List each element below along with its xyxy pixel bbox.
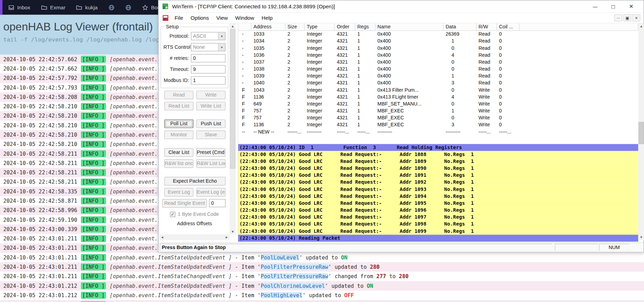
inbox-icon	[8, 4, 15, 10]
column-header[interactable]: Name	[375, 24, 444, 30]
scroll-up-icon[interactable]	[230, 24, 236, 29]
column-header[interactable]: Address	[251, 24, 285, 30]
bookmark-exmar[interactable]: Exmar	[41, 4, 65, 10]
read-single-event-button[interactable]: Read Single Event	[162, 199, 207, 208]
column-header[interactable]: R/W	[476, 24, 497, 30]
byte-event-checkbox[interactable]: 1 Byte Event Code	[159, 208, 230, 217]
table-row[interactable]: F11362Integer432110x413 FLight timer4Wri…	[238, 93, 638, 100]
table-row[interactable]: -10352Integer432110x4000Read0	[238, 45, 638, 52]
log-class: [openhab.event.It	[109, 245, 164, 251]
retries-input[interactable]: 0	[191, 54, 226, 63]
info-badge: [INFO ]	[81, 254, 106, 261]
winterm-window: WinTerm - [TCP/IP Client: Connected to 1…	[158, 0, 644, 252]
main-scrollbar-vertical[interactable]	[638, 24, 644, 240]
table-cell: Write	[476, 86, 497, 93]
log-timestamp: 2024-10-05 22:42:58.211	[3, 170, 77, 176]
address-offsets-label: Address Offsets	[159, 217, 230, 226]
single-event-input[interactable]: 0	[209, 199, 225, 207]
setup-scrollbar-vertical[interactable]	[230, 24, 236, 235]
table-row[interactable]: ---- NEW --------...--------------...---…	[238, 128, 638, 135]
read-list-button[interactable]: Read List	[164, 102, 193, 110]
scrollbar-thumb[interactable]	[230, 29, 235, 168]
table-cell: Write	[476, 101, 497, 108]
menu-view[interactable]: View	[213, 13, 232, 22]
column-header[interactable]	[238, 24, 251, 30]
monitor-button[interactable]: Monitor	[164, 130, 193, 139]
mdi-close-icon[interactable]	[633, 15, 641, 21]
column-header[interactable]: Type	[305, 24, 335, 30]
info-badge: [INFO ]	[81, 93, 106, 100]
event-log-ex-button[interactable]: Event Log (ex)	[196, 188, 225, 196]
table-row[interactable]: F11362Integer43211MBF_EXEC3Write0	[238, 121, 638, 128]
column-header[interactable]: Coil ...	[497, 24, 519, 30]
event-log-button[interactable]: Event Log	[164, 188, 193, 196]
table-row[interactable]: F7572Integer43211MBF_EXEC0Write0	[238, 115, 638, 121]
column-header[interactable]: Regs	[355, 24, 375, 30]
info-badge: [INFO ]	[81, 75, 106, 82]
table-row[interactable]: F6492Integer43211MBF_SET_MANU...0Write0	[238, 101, 638, 108]
table-cell: 2	[285, 38, 305, 45]
bookmark-site-2[interactable]	[125, 4, 131, 10]
table-row[interactable]: -10392Integer432110x4001Read0	[238, 73, 638, 80]
table-row[interactable]: -10382Integer432110x4000Read0	[238, 66, 638, 73]
scroll-left-icon[interactable]	[159, 234, 165, 240]
column-header[interactable]: Data	[444, 24, 476, 30]
table-row[interactable]: -10362Integer432110x4004Read0	[238, 52, 638, 58]
column-header-filler	[520, 24, 638, 30]
table-row[interactable]: -10332Integer432110x40026369Read0	[238, 31, 638, 38]
scroll-right-icon[interactable]	[224, 234, 230, 240]
write-list-button[interactable]: Write List	[196, 102, 225, 110]
table-row[interactable]: -10372Integer432110x4000Read0	[238, 59, 638, 66]
menu-window[interactable]: Window	[232, 13, 258, 22]
mdi-minimize-icon[interactable]	[615, 15, 623, 21]
expect-packet-echo-button[interactable]: Expect Packet Echo	[164, 177, 225, 185]
bookmark-site-1[interactable]	[108, 4, 115, 10]
scroll-up-icon[interactable]	[638, 24, 644, 29]
menubar: FileOptionsViewWindowHelp	[159, 13, 644, 24]
star-icon	[142, 4, 148, 10]
table-row[interactable]: -10402Integer432110x4003Read0	[238, 80, 638, 86]
bookmark-inbox[interactable]: Inbox	[8, 4, 30, 10]
modbus-id-input[interactable]: 1	[191, 76, 226, 85]
maximize-icon[interactable]	[604, 0, 622, 13]
preset-cmd-6-button[interactable]: Preset (Cmd 6	[196, 148, 225, 157]
menu-options[interactable]: Options	[187, 13, 213, 22]
r-w-list-loop-button[interactable]: R&W List Loop	[196, 159, 225, 168]
scroll-down-icon[interactable]	[230, 229, 236, 235]
bookmark-kukja[interactable]: kukja	[76, 4, 98, 10]
button-gap	[164, 141, 225, 146]
close-icon[interactable]	[622, 0, 640, 13]
menu-file[interactable]: File	[171, 13, 187, 22]
column-header[interactable]: Size	[285, 24, 305, 30]
info-badge: [INFO ]	[81, 56, 106, 63]
clear-list-button[interactable]: Clear List	[164, 148, 193, 157]
column-header[interactable]: Order	[335, 24, 355, 30]
comm-log-line: (22:43:00 05/10/24) Good LRC Read Reques…	[238, 179, 638, 186]
register-table-head: AddressSizeTypeOrderRegsNameDataR/WCoil …	[238, 24, 638, 31]
info-badge: [INFO ]	[81, 207, 106, 214]
log-class: [openhab.event.It	[109, 217, 164, 223]
log-class: [openhab.event.ItemStateUpdatedEvent ]	[109, 264, 232, 270]
write-button[interactable]: Write	[196, 91, 225, 99]
setup-scrollbar-horizontal[interactable]	[159, 234, 230, 240]
timeout-input[interactable]: 9	[191, 65, 226, 74]
protocol-select[interactable]: ASCII	[191, 32, 226, 40]
r-w-list-once-button[interactable]: R&W list once	[164, 159, 193, 168]
minimize-icon[interactable]	[586, 0, 604, 13]
menu-help[interactable]: Help	[258, 13, 276, 22]
titlebar[interactable]: WinTerm - [TCP/IP Client: Connected to 1…	[159, 0, 644, 13]
table-row[interactable]: F10432Integer432110x413 Filter Pum...0Wr…	[238, 86, 638, 93]
table-cell: 2	[285, 73, 305, 80]
poll-list-button[interactable]: Poll List	[164, 119, 193, 128]
comm-log-line: (22:43:00 05/10/24) Good LRC Read Reques…	[238, 172, 638, 179]
scroll-down-icon[interactable]	[638, 234, 644, 240]
scrollbar-thumb[interactable]	[639, 122, 644, 144]
table-row[interactable]: F7572Integer43211MBF_EXEC1Write0	[238, 108, 638, 115]
rts-control-select[interactable]: None	[191, 43, 226, 52]
push-list-button[interactable]: Push List	[196, 119, 225, 128]
slave-button[interactable]: Slave	[196, 130, 225, 139]
table-row[interactable]: -10342Integer432110x4001Read0	[238, 38, 638, 45]
mdi-restore-icon[interactable]	[624, 15, 632, 21]
read-button[interactable]: Read	[164, 91, 193, 99]
table-cell	[520, 38, 638, 45]
